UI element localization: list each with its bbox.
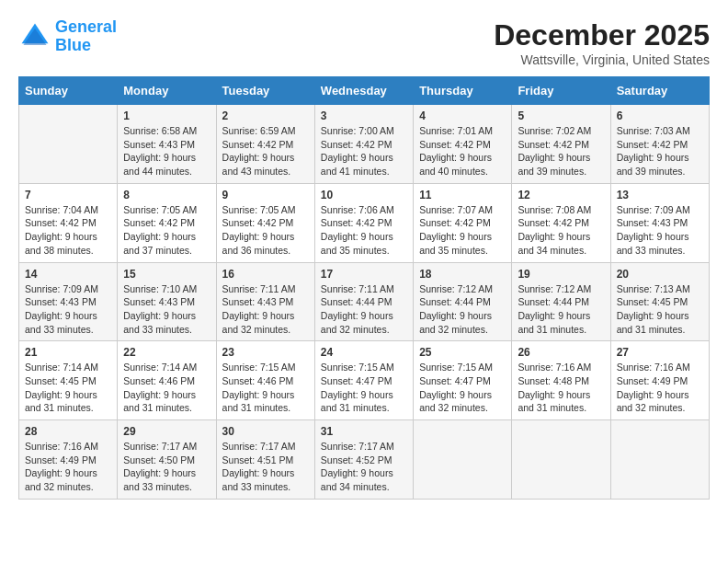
daylight: Daylight: 9 hours and 34 minutes. (518, 231, 590, 256)
sunrise: Sunrise: 7:11 AM (222, 283, 296, 294)
location: Wattsville, Virginia, United States (494, 52, 710, 67)
day-info: Sunrise: 7:16 AM Sunset: 4:49 PM Dayligh… (617, 361, 703, 415)
logo-icon (18, 20, 51, 53)
logo-line1: General (55, 17, 117, 36)
sunset: Sunset: 4:42 PM (222, 139, 294, 150)
calendar-cell: 10 Sunrise: 7:06 AM Sunset: 4:42 PM Dayl… (314, 183, 413, 262)
day-info: Sunrise: 7:04 AM Sunset: 4:42 PM Dayligh… (25, 203, 111, 258)
calendar-cell: 9 Sunrise: 7:05 AM Sunset: 4:42 PM Dayli… (216, 183, 314, 262)
day-info: Sunrise: 7:17 AM Sunset: 4:51 PM Dayligh… (222, 440, 309, 494)
day-header-friday: Friday (512, 77, 610, 105)
sunrise: Sunrise: 7:15 AM (419, 362, 493, 373)
sunrise: Sunrise: 7:10 AM (123, 283, 197, 294)
day-info: Sunrise: 7:09 AM Sunset: 4:43 PM Dayligh… (25, 282, 111, 337)
day-number: 4 (419, 109, 506, 122)
calendar-cell: 29 Sunrise: 7:17 AM Sunset: 4:50 PM Dayl… (118, 420, 216, 500)
calendar-cell (414, 420, 512, 500)
calendar-cell: 28 Sunrise: 7:16 AM Sunset: 4:49 PM Dayl… (19, 420, 118, 500)
sunset: Sunset: 4:44 PM (321, 296, 392, 307)
logo-text: General Blue (55, 18, 117, 55)
calendar-cell: 21 Sunrise: 7:14 AM Sunset: 4:45 PM Dayl… (19, 341, 118, 420)
sunset: Sunset: 4:49 PM (617, 375, 688, 386)
day-info: Sunrise: 7:14 AM Sunset: 4:45 PM Dayligh… (25, 361, 111, 415)
day-number: 1 (123, 109, 210, 122)
day-number: 11 (419, 189, 506, 201)
calendar-cell: 25 Sunrise: 7:15 AM Sunset: 4:47 PM Dayl… (414, 341, 512, 420)
day-number: 23 (222, 346, 309, 359)
daylight: Daylight: 9 hours and 32 minutes. (419, 389, 492, 414)
day-number: 2 (222, 109, 309, 122)
day-number: 22 (123, 346, 210, 359)
calendar-cell: 2 Sunrise: 6:59 AM Sunset: 4:42 PM Dayli… (216, 105, 314, 184)
calendar-week-4: 21 Sunrise: 7:14 AM Sunset: 4:45 PM Dayl… (19, 341, 710, 420)
sunset: Sunset: 4:48 PM (518, 375, 589, 386)
sunrise: Sunrise: 7:13 AM (617, 283, 690, 294)
calendar-cell: 24 Sunrise: 7:15 AM Sunset: 4:47 PM Dayl… (314, 341, 413, 420)
day-info: Sunrise: 7:12 AM Sunset: 4:44 PM Dayligh… (419, 282, 506, 337)
calendar-cell: 13 Sunrise: 7:09 AM Sunset: 4:43 PM Dayl… (610, 183, 709, 262)
sunset: Sunset: 4:43 PM (25, 296, 97, 307)
sunset: Sunset: 4:42 PM (518, 217, 589, 228)
day-info: Sunrise: 7:05 AM Sunset: 4:42 PM Dayligh… (222, 203, 309, 258)
sunrise: Sunrise: 7:12 AM (419, 283, 493, 294)
calendar-cell: 31 Sunrise: 7:17 AM Sunset: 4:52 PM Dayl… (314, 420, 413, 500)
sunrise: Sunrise: 7:07 AM (419, 204, 493, 215)
day-info: Sunrise: 7:01 AM Sunset: 4:42 PM Dayligh… (419, 124, 506, 178)
sunset: Sunset: 4:42 PM (222, 217, 294, 228)
day-number: 18 (419, 268, 506, 281)
calendar-cell: 11 Sunrise: 7:07 AM Sunset: 4:42 PM Dayl… (414, 183, 512, 262)
sunrise: Sunrise: 7:08 AM (518, 204, 591, 215)
sunset: Sunset: 4:45 PM (617, 296, 688, 307)
sunset: Sunset: 4:42 PM (518, 139, 589, 150)
month-title: December 2025 (494, 18, 710, 52)
calendar-body: 1 Sunrise: 6:58 AM Sunset: 4:43 PM Dayli… (19, 105, 710, 500)
daylight: Daylight: 9 hours and 32 minutes. (321, 310, 393, 335)
sunrise: Sunrise: 7:01 AM (419, 125, 493, 136)
sunrise: Sunrise: 7:02 AM (518, 125, 591, 136)
day-info: Sunrise: 7:15 AM Sunset: 4:47 PM Dayligh… (419, 361, 506, 415)
daylight: Daylight: 9 hours and 32 minutes. (25, 467, 97, 492)
day-info: Sunrise: 7:11 AM Sunset: 4:43 PM Dayligh… (222, 282, 309, 337)
day-info: Sunrise: 7:02 AM Sunset: 4:42 PM Dayligh… (518, 124, 604, 178)
day-header-thursday: Thursday (414, 77, 512, 105)
day-info: Sunrise: 6:58 AM Sunset: 4:43 PM Dayligh… (123, 124, 210, 178)
calendar-cell: 4 Sunrise: 7:01 AM Sunset: 4:42 PM Dayli… (414, 105, 512, 184)
daylight: Daylight: 9 hours and 31 minutes. (518, 389, 590, 414)
calendar-cell: 19 Sunrise: 7:12 AM Sunset: 4:44 PM Dayl… (512, 262, 610, 341)
calendar-cell (19, 105, 118, 184)
sunrise: Sunrise: 7:14 AM (25, 362, 98, 373)
day-number: 28 (25, 425, 111, 438)
sunrise: Sunrise: 7:09 AM (617, 204, 690, 215)
sunrise: Sunrise: 6:58 AM (123, 125, 197, 136)
sunrise: Sunrise: 7:04 AM (25, 204, 98, 215)
day-number: 16 (222, 268, 309, 281)
calendar-cell: 15 Sunrise: 7:10 AM Sunset: 4:43 PM Dayl… (118, 262, 216, 341)
day-info: Sunrise: 7:11 AM Sunset: 4:44 PM Dayligh… (321, 282, 407, 337)
sunrise: Sunrise: 7:05 AM (123, 204, 197, 215)
calendar-cell: 30 Sunrise: 7:17 AM Sunset: 4:51 PM Dayl… (216, 420, 314, 500)
day-number: 13 (617, 189, 703, 201)
sunset: Sunset: 4:42 PM (321, 139, 392, 150)
daylight: Daylight: 9 hours and 38 minutes. (25, 231, 97, 256)
sunset: Sunset: 4:43 PM (617, 217, 688, 228)
day-number: 20 (617, 268, 703, 281)
sunset: Sunset: 4:43 PM (222, 296, 294, 307)
day-header-sunday: Sunday (19, 77, 118, 105)
page-header: General Blue December 2025 Wattsville, V… (18, 18, 710, 67)
calendar-cell: 12 Sunrise: 7:08 AM Sunset: 4:42 PM Dayl… (512, 183, 610, 262)
calendar-cell: 5 Sunrise: 7:02 AM Sunset: 4:42 PM Dayli… (512, 105, 610, 184)
day-info: Sunrise: 7:10 AM Sunset: 4:43 PM Dayligh… (123, 282, 210, 337)
day-number: 14 (25, 268, 111, 281)
sunset: Sunset: 4:49 PM (25, 454, 97, 465)
calendar-cell: 26 Sunrise: 7:16 AM Sunset: 4:48 PM Dayl… (512, 341, 610, 420)
daylight: Daylight: 9 hours and 41 minutes. (321, 152, 393, 177)
logo-line2: Blue (55, 36, 91, 54)
sunrise: Sunrise: 7:15 AM (321, 362, 394, 373)
day-number: 15 (123, 268, 210, 281)
sunrise: Sunrise: 7:06 AM (321, 204, 394, 215)
day-info: Sunrise: 7:07 AM Sunset: 4:42 PM Dayligh… (419, 203, 506, 258)
sunset: Sunset: 4:44 PM (518, 296, 589, 307)
daylight: Daylight: 9 hours and 31 minutes. (617, 310, 689, 335)
calendar-cell: 22 Sunrise: 7:14 AM Sunset: 4:46 PM Dayl… (118, 341, 216, 420)
sunset: Sunset: 4:42 PM (419, 139, 491, 150)
